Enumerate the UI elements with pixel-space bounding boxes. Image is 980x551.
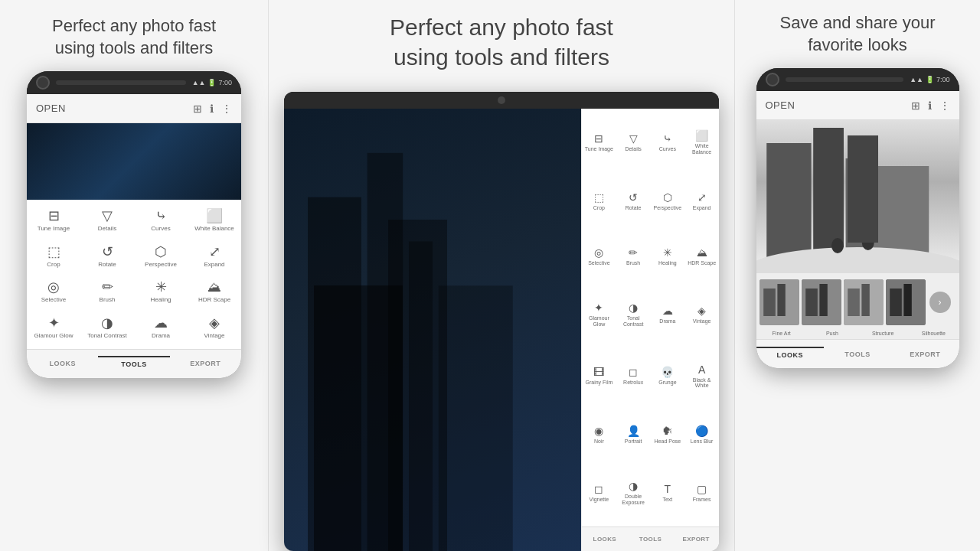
left-bottom-tab-export[interactable]: EXPORT: [170, 357, 241, 370]
tablet-bottom-tab-export[interactable]: EXPORT: [673, 536, 719, 543]
tablet-tool-icon: ◈: [697, 305, 706, 317]
tablet-tool-brush[interactable]: ✏Brush: [616, 229, 651, 284]
phone-camera-icon: [36, 76, 50, 90]
tool-item-expand[interactable]: ⤢Expand: [188, 239, 241, 275]
left-app-header: OPEN ⊞ ℹ ⋮: [27, 94, 241, 123]
tablet-tool-noir[interactable]: ◉Noir: [582, 406, 616, 461]
phone-speaker: [56, 80, 186, 85]
tablet-tool-label: Head Pose: [655, 439, 681, 445]
tool-item-white-balance[interactable]: ⬜White Balance: [188, 203, 241, 239]
tablet-photo-area: [284, 109, 581, 551]
look-thumb-4[interactable]: [886, 279, 926, 325]
looks-labels-row: Fine ArtPushStructureSilhouette: [756, 331, 959, 339]
tablet-tool-icon: ⤢: [697, 191, 707, 204]
tablet-tool-grainy-film[interactable]: 🎞Grainy Film: [582, 345, 616, 406]
layers-icon[interactable]: ⊞: [193, 103, 202, 115]
tablet-tool-label: Black & White: [687, 377, 717, 389]
tool-item-crop[interactable]: ⬚Crop: [27, 239, 80, 275]
tablet-tool-head-pose[interactable]: 🗣Head Pose: [651, 406, 685, 461]
info-icon[interactable]: ℹ: [210, 103, 214, 115]
tablet-tool-frames[interactable]: ▢Frames: [684, 462, 719, 523]
tablet-tool-rotate[interactable]: ↺Rotate: [616, 173, 651, 228]
tool-icon: ⬡: [155, 245, 167, 259]
tool-item-hdr-scape[interactable]: ⛰HDR Scape: [188, 274, 241, 310]
tablet-tool-selective[interactable]: ◎Selective: [582, 229, 616, 284]
svg-rect-13: [763, 289, 776, 316]
apply-look-button[interactable]: ›: [929, 292, 951, 313]
tool-item-tonal-contrast[interactable]: ◑Tonal Contrast: [80, 310, 134, 346]
tool-icon: ◈: [209, 316, 220, 330]
tool-item-curves[interactable]: ⤷Curves: [134, 203, 188, 239]
tablet-tool-tonal-contrast[interactable]: ◑Tonal Contrast: [616, 284, 651, 345]
right-phone-status: ▲▲ 🔋 7:00: [910, 76, 949, 83]
right-bottom-tab-tools[interactable]: TOOLS: [824, 347, 891, 361]
tablet-tool-black-&-white[interactable]: ABlack & White: [684, 345, 719, 406]
tablet-tool-tune-image[interactable]: ⊟Tune Image: [582, 112, 616, 173]
tool-item-drama[interactable]: ☁Drama: [134, 310, 188, 346]
look-thumb-3[interactable]: [844, 279, 884, 325]
svg-rect-20: [861, 284, 869, 316]
tablet-tool-icon: 💀: [661, 366, 674, 378]
look-label-fine-art: Fine Art: [756, 331, 807, 336]
right-bottom-tab-looks[interactable]: LOOKS: [756, 347, 824, 362]
tablet-tool-vignette[interactable]: ◻Vignette: [582, 462, 616, 523]
tool-label: Healing: [150, 296, 171, 304]
tablet-tool-details[interactable]: ▽Details: [616, 112, 651, 173]
right-layers-icon[interactable]: ⊞: [911, 99, 920, 112]
tablet-tool-drama[interactable]: ☁Drama: [651, 284, 685, 345]
tool-item-brush[interactable]: ✏Brush: [80, 274, 134, 310]
tablet-tool-healing[interactable]: ✳Healing: [651, 229, 685, 284]
tablet-tool-crop[interactable]: ⬚Crop: [582, 173, 616, 228]
tablet-tool-retrolux[interactable]: ◻Retrolux: [616, 345, 651, 406]
tablet-tool-lens-blur[interactable]: 🔵Lens Blur: [684, 406, 719, 461]
tool-item-details[interactable]: ▽Details: [80, 203, 134, 239]
tablet-tool-perspective[interactable]: ⬡Perspective: [651, 173, 685, 228]
tablet-bottom-tab-looks[interactable]: LOOKS: [582, 536, 628, 543]
right-info-icon[interactable]: ℹ: [928, 99, 932, 112]
tablet-bottom-tabs: LOOKSTOOLSEXPORT: [582, 527, 719, 551]
tablet-tool-white-balance[interactable]: ⬜White Balance: [684, 112, 719, 173]
tool-item-glamour-glow[interactable]: ✦Glamour Glow: [27, 310, 80, 346]
look-label-push: Push: [807, 331, 858, 336]
tablet-tool-portrait[interactable]: 👤Portrait: [616, 406, 651, 461]
tablet-tool-icon: ⊟: [594, 132, 603, 145]
tool-item-selective[interactable]: ◎Selective: [27, 274, 80, 310]
tablet-tool-text[interactable]: TText: [651, 462, 685, 523]
tablet-tool-curves[interactable]: ⤷Curves: [651, 112, 685, 173]
tablet-tool-icon: ◻: [594, 483, 603, 495]
more-icon[interactable]: ⋮: [221, 103, 232, 115]
right-app-header-title: OPEN: [766, 99, 911, 111]
tablet-tool-glamour-glow[interactable]: ✦Glamour Glow: [582, 284, 616, 345]
tablet-tool-double-exposure[interactable]: ◑Double Exposure: [616, 462, 651, 523]
tablet-bottom-tab-tools[interactable]: TOOLS: [628, 536, 674, 543]
left-bottom-tab-looks[interactable]: LOOKS: [27, 357, 98, 370]
tablet-tool-label: Drama: [659, 318, 675, 324]
tool-item-healing[interactable]: ✳Healing: [134, 274, 188, 310]
tool-item-rotate[interactable]: ↺Rotate: [80, 239, 134, 275]
tool-icon: ▽: [102, 209, 113, 223]
right-more-icon[interactable]: ⋮: [939, 99, 950, 112]
tool-item-tune-image[interactable]: ⊟Tune Image: [27, 203, 80, 239]
tablet-tool-hdr-scape[interactable]: ⛰HDR Scape: [684, 229, 719, 284]
tool-label: Tune Image: [38, 225, 70, 233]
tool-item-perspective[interactable]: ⬡Perspective: [134, 239, 188, 275]
tablet-tool-label: Retrolux: [623, 380, 643, 386]
look-thumb-2[interactable]: [802, 279, 841, 325]
tablet-tool-label: Perspective: [654, 205, 682, 211]
look-thumb-1[interactable]: [760, 279, 799, 325]
tool-item-vintage[interactable]: ◈Vintage: [188, 310, 241, 346]
right-app-header-icons: ⊞ ℹ ⋮: [911, 99, 950, 112]
tool-icon: ⬚: [47, 245, 60, 259]
tool-label: Crop: [47, 261, 60, 269]
tablet-tool-grunge[interactable]: 💀Grunge: [651, 345, 685, 406]
tablet-tool-label: Portrait: [625, 439, 642, 445]
tablet-tool-expand[interactable]: ⤢Expand: [684, 173, 719, 228]
tablet-tool-icon: ✳: [663, 246, 672, 259]
tablet-tool-vintage[interactable]: ◈Vintage: [684, 284, 719, 345]
left-app-header-title: OPEN: [36, 103, 193, 114]
tool-label: Tonal Contrast: [87, 332, 127, 340]
tablet-topbar: [284, 92, 719, 109]
left-bottom-tab-tools[interactable]: TOOLS: [98, 356, 169, 371]
time-display: 7:00: [218, 79, 232, 86]
right-bottom-tab-export[interactable]: EXPORT: [891, 347, 959, 361]
